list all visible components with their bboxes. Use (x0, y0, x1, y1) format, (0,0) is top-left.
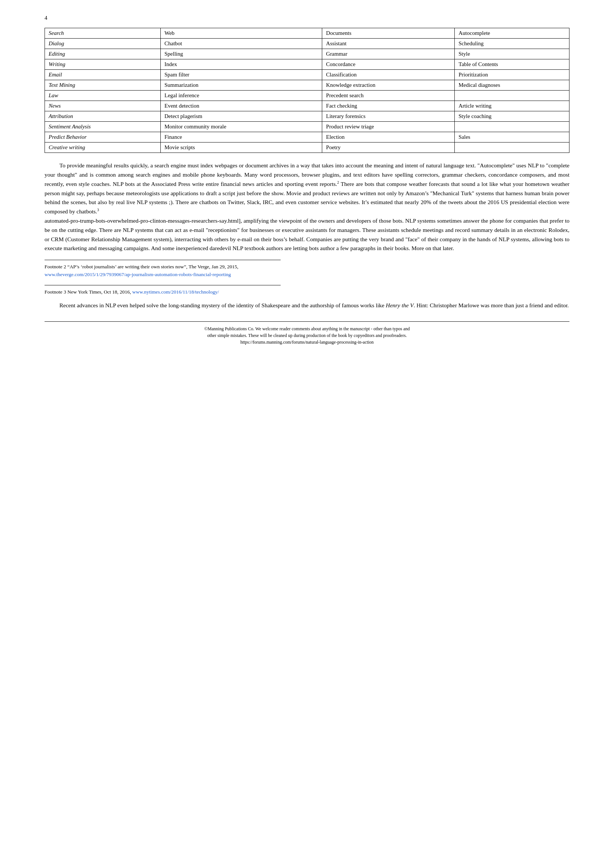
footnote-2: Footnote 2 “AP’s ‘robot journalists’ are… (45, 263, 569, 278)
footnote-3: Footnote 3 New York Times, Oct 18, 2016,… (45, 288, 569, 296)
table-cell: Concordance (322, 59, 455, 70)
table-row: Sentiment AnalysisMonitor community mora… (45, 122, 569, 132)
henry-v-title: Henry the V (386, 302, 414, 308)
table-cell: Editing (45, 49, 161, 59)
paragraph-2: automated-pro-trump-bots-overwhelmed-pro… (45, 216, 569, 253)
table-cell: Movie scripts (160, 143, 322, 153)
page-number: 4 (45, 15, 569, 21)
table-cell (455, 122, 569, 132)
table-cell: Precedent search (322, 91, 455, 101)
table-cell (455, 91, 569, 101)
table-cell: Sales (455, 132, 569, 143)
table-cell: Knowledge extraction (322, 80, 455, 91)
table-cell: Autocomplete (455, 28, 569, 39)
table-cell: Web (160, 28, 322, 39)
table-row: EditingSpellingGrammarStyle (45, 49, 569, 59)
table-row: EmailSpam filterClassificationPrioritiza… (45, 70, 569, 80)
table-row: WritingIndexConcordanceTable of Contents (45, 59, 569, 70)
table-cell: Table of Contents (455, 59, 569, 70)
table-row: AttributionDetect plagerismLiterary fore… (45, 111, 569, 122)
table-row: DialogChatbotAssistantScheduling (45, 39, 569, 49)
table-cell: Spelling (160, 49, 322, 59)
paragraph-shakespeare: Recent advances in NLP even helped solve… (45, 301, 569, 310)
table-cell: Creative writing (45, 143, 161, 153)
footer-text: ©Manning Publications Co. We welcome rea… (45, 326, 569, 346)
table-row: LawLegal inferencePrecedent search (45, 91, 569, 101)
table-row: Predict BehaviorFinanceElectionSales (45, 132, 569, 143)
table-cell: Classification (322, 70, 455, 80)
table-cell: Grammar (322, 49, 455, 59)
footnote-3-link[interactable]: www.nytimes.com/2016/11/18/technology/ (132, 289, 219, 294)
table-row: Text MiningSummarizationKnowledge extrac… (45, 80, 569, 91)
table-cell: Product review triage (322, 122, 455, 132)
table-cell: News (45, 101, 161, 111)
table-cell: Literary forensics (322, 111, 455, 122)
table-cell: Monitor community morale (160, 122, 322, 132)
table-cell: Predict Behavior (45, 132, 161, 143)
table-cell: Finance (160, 132, 322, 143)
table-cell: Prioritization (455, 70, 569, 80)
table-cell: Search (45, 28, 161, 39)
table-cell: Fact checking (322, 101, 455, 111)
footnote-divider-3 (45, 285, 281, 285)
body-section-2: Recent advances in NLP even helped solve… (45, 301, 569, 310)
footnote-divider-2 (45, 260, 281, 260)
table-row: Creative writingMovie scriptsPoetry (45, 143, 569, 153)
table-cell: Election (322, 132, 455, 143)
footnote-ref-3-inline: 3 (97, 208, 99, 212)
table-cell: Email (45, 70, 161, 80)
table-cell: Legal inference (160, 91, 322, 101)
paragraph-1: To provide meaningful results quickly, a… (45, 161, 569, 216)
table-cell: Style (455, 49, 569, 59)
table-row: SearchWebDocumentsAutocomplete (45, 28, 569, 39)
table-cell: Style coaching (455, 111, 569, 122)
table-cell: Index (160, 59, 322, 70)
table-cell: Assistant (322, 39, 455, 49)
table-cell: Attribution (45, 111, 161, 122)
table-cell: Spam filter (160, 70, 322, 80)
table-cell: Writing (45, 59, 161, 70)
table-cell (455, 143, 569, 153)
table-cell: Scheduling (455, 39, 569, 49)
footer-divider (45, 321, 569, 322)
table-cell: Chatbot (160, 39, 322, 49)
table-cell: Poetry (322, 143, 455, 153)
table-cell: Detect plagerism (160, 111, 322, 122)
table-cell: Medical diagnoses (455, 80, 569, 91)
table-row: NewsEvent detectionFact checkingArticle … (45, 101, 569, 111)
table-cell: Text Mining (45, 80, 161, 91)
table-cell: Documents (322, 28, 455, 39)
table-cell: Law (45, 91, 161, 101)
table-cell: Sentiment Analysis (45, 122, 161, 132)
footnote-ref-2: 2 (337, 180, 339, 184)
table-cell: Summarization (160, 80, 322, 91)
footnote-2-link[interactable]: www.theverge.com/2015/1/29/7939067/ap-jo… (45, 272, 231, 277)
applications-table: SearchWebDocumentsAutocompleteDialogChat… (45, 28, 569, 153)
table-cell: Dialog (45, 39, 161, 49)
body-section-1: To provide meaningful results quickly, a… (45, 161, 569, 253)
table-cell: Article writing (455, 101, 569, 111)
table-cell: Event detection (160, 101, 322, 111)
